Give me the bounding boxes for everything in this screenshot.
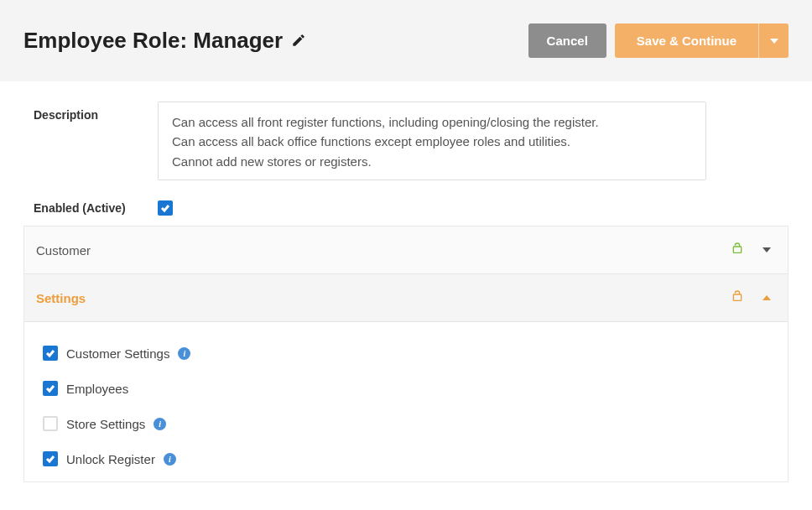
permission-label: Unlock Register bbox=[66, 452, 155, 466]
description-row: Description bbox=[34, 101, 789, 180]
form-content: Description Enabled (Active) bbox=[0, 81, 812, 216]
permission-row: Customer Settingsi bbox=[24, 336, 788, 371]
unlock-icon bbox=[731, 242, 744, 258]
unlock-icon bbox=[731, 289, 744, 306]
section-header-customer[interactable]: Customer bbox=[23, 226, 789, 274]
save-continue-button[interactable]: Save & Continue bbox=[615, 23, 758, 58]
section-header-right bbox=[731, 242, 771, 258]
permission-row: Store Settingsi bbox=[24, 406, 788, 441]
info-icon[interactable]: i bbox=[164, 453, 176, 466]
edit-icon[interactable] bbox=[291, 28, 306, 54]
permission-label: Store Settings bbox=[66, 417, 145, 431]
permission-label: Customer Settings bbox=[66, 346, 169, 361]
check-icon bbox=[45, 348, 55, 358]
check-icon bbox=[45, 383, 55, 393]
caret-down-icon bbox=[763, 242, 771, 258]
enabled-checkbox[interactable] bbox=[158, 200, 173, 216]
header-actions: Cancel Save & Continue bbox=[528, 23, 789, 58]
permission-checkbox[interactable] bbox=[43, 346, 58, 361]
enabled-label: Enabled (Active) bbox=[34, 201, 158, 215]
info-icon[interactable]: i bbox=[154, 418, 166, 430]
check-icon bbox=[45, 454, 55, 464]
section-title: Customer bbox=[36, 243, 91, 258]
cancel-button[interactable]: Cancel bbox=[528, 23, 606, 58]
page-header: Employee Role: Manager Cancel Save & Con… bbox=[0, 0, 812, 81]
section-header-right bbox=[731, 289, 771, 306]
section-body-settings: Customer SettingsiEmployeesStore Setting… bbox=[23, 322, 789, 482]
chevron-down-icon bbox=[770, 37, 778, 45]
permission-checkbox[interactable] bbox=[43, 451, 58, 466]
info-icon[interactable]: i bbox=[178, 347, 190, 360]
description-input[interactable] bbox=[158, 101, 706, 180]
permission-row: Unlock Registeri bbox=[24, 441, 788, 476]
permission-checkbox[interactable] bbox=[43, 416, 58, 431]
section-title: Settings bbox=[36, 291, 86, 305]
enabled-row: Enabled (Active) bbox=[34, 200, 789, 216]
page-title: Employee Role: Manager bbox=[23, 28, 306, 54]
permission-label: Employees bbox=[66, 382, 128, 396]
permission-checkbox[interactable] bbox=[43, 381, 58, 396]
permissions-sections: CustomerSettingsCustomer SettingsiEmploy… bbox=[23, 226, 789, 482]
description-label: Description bbox=[34, 101, 158, 122]
page-title-text: Employee Role: Manager bbox=[23, 28, 283, 54]
save-dropdown-button[interactable] bbox=[758, 23, 789, 58]
section-header-settings[interactable]: Settings bbox=[23, 274, 789, 322]
permission-row: Employees bbox=[24, 371, 788, 406]
caret-up-icon bbox=[763, 290, 771, 305]
check-icon bbox=[160, 203, 170, 213]
